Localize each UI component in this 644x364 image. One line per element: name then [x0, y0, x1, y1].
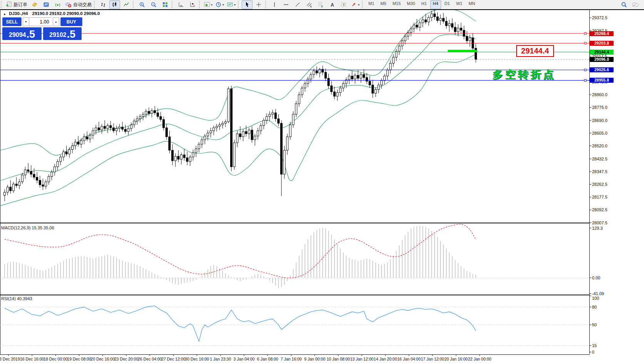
buy-button[interactable]: BUY: [60, 17, 82, 26]
tf-m15-button[interactable]: M15: [390, 0, 403, 9]
axis-label: 15: [592, 343, 597, 348]
one-click-trading-panel: SELL ▼ ▲ BUY 29094 .5 29102 .5: [2, 17, 82, 40]
sell-price-button[interactable]: 29094 .5: [2, 27, 42, 40]
time-axis-label: 13 Dec 2019: [0, 357, 20, 361]
candlestick-icon: [112, 2, 118, 8]
toolbar-grip[interactable]: [362, 1, 365, 8]
time-axis-label: 16 Jan 04:00: [397, 357, 421, 361]
periods-button[interactable]: ▾: [214, 0, 225, 9]
clock-icon: [216, 2, 222, 8]
new-order-icon: [6, 2, 12, 8]
candlestick-chart-button[interactable]: [109, 0, 120, 9]
toolbar-grip[interactable]: [94, 1, 97, 8]
signals-button[interactable]: [52, 0, 63, 9]
tf-mn-button[interactable]: MN: [466, 0, 478, 9]
text-button[interactable]: A: [327, 0, 338, 9]
main-toolbar: 新订单 自动交易 ▾ ▾: [0, 0, 644, 10]
pivot-note-annotation[interactable]: 多空转折点: [493, 68, 556, 82]
trendline-button[interactable]: [292, 0, 303, 9]
axis-label: 28007.5: [592, 220, 607, 225]
tf-m30-button[interactable]: M30: [404, 0, 418, 9]
channel-button[interactable]: E: [304, 0, 314, 9]
toolbar-grip[interactable]: [265, 1, 268, 8]
tf-m1-button[interactable]: M1: [366, 0, 377, 9]
zoom-in-icon: [139, 2, 145, 8]
volume-increase-button[interactable]: ▲: [53, 17, 59, 26]
axis-label: 100: [592, 296, 599, 301]
toolbar-grip[interactable]: [199, 1, 202, 8]
text-label-button[interactable]: T: [338, 0, 349, 9]
buy-price-button[interactable]: 29102 .5: [43, 27, 82, 40]
time-axis-label: 7 Jan 16:00: [281, 357, 302, 361]
chart-title: ▲ DJ30-,H4 29190.0 29192.0 29090.0 29096…: [3, 11, 100, 16]
axis-label: 0.00: [592, 276, 600, 280]
volume-input[interactable]: [29, 17, 52, 26]
arrows-button[interactable]: ▾: [350, 0, 361, 9]
arrow-object-icon: [351, 2, 357, 8]
tf-h1-button[interactable]: H1: [418, 0, 429, 9]
zoom-in-button[interactable]: [137, 0, 147, 9]
volume-decrease-button[interactable]: ▼: [23, 17, 29, 26]
horizontal-line-button[interactable]: [281, 0, 291, 9]
auto-scroll-button[interactable]: [176, 0, 186, 9]
axis-label: 0: [592, 350, 594, 354]
ohlc-values: 29190.0 29192.0 29090.0 29096.0: [32, 11, 100, 16]
axis-label: 29025.6: [590, 67, 614, 72]
zoom-out-button[interactable]: [148, 0, 159, 9]
axis-label: -41.09: [592, 291, 604, 296]
time-axis-label: 1 Jan 23:30: [210, 357, 231, 361]
indicators-icon: [204, 2, 210, 8]
chevron-down-icon: ▾: [222, 3, 224, 7]
vertical-line-icon: [271, 2, 278, 8]
time-axis-label: 14 Jan 20:00: [374, 357, 397, 361]
auto-trading-button[interactable]: 自动交易: [64, 0, 93, 9]
axis-label: 129.3: [592, 226, 603, 230]
new-order-label: 新订单: [13, 2, 27, 8]
new-order-button[interactable]: 新订单: [5, 0, 28, 9]
vertical-line-button[interactable]: [269, 0, 280, 9]
bar-chart-button[interactable]: [98, 0, 109, 9]
chart-shift-icon: [189, 2, 196, 8]
market-watch-button[interactable]: [29, 0, 40, 9]
time-axis-label: 18 Dec 00:00: [43, 357, 67, 361]
tile-windows-icon: [162, 2, 168, 8]
chevron-down-icon: ▾: [234, 3, 236, 7]
chevron-down-icon: ▾: [358, 3, 360, 7]
time-axis-label: 13 Jan 12:00: [350, 357, 374, 361]
time-axis-label: 16 Dec 16:00: [20, 357, 44, 361]
toolbar-grip[interactable]: [133, 1, 135, 8]
tile-windows-button[interactable]: [160, 0, 171, 9]
chart-plot[interactable]: [0, 10, 644, 364]
buy-price-fraction: .5: [67, 29, 75, 40]
axis-label: 28432.5: [592, 157, 607, 161]
tf-d1-button[interactable]: D1: [442, 0, 453, 9]
chat-button[interactable]: [630, 0, 641, 9]
toolbar-grip[interactable]: [172, 1, 174, 8]
price-callout-annotation[interactable]: 29144.4: [516, 45, 554, 57]
line-chart-button[interactable]: [121, 0, 132, 9]
time-axis-label: 19 Dec 08:00: [67, 357, 91, 361]
time-axis-label: 20 Jan 16:00: [444, 357, 468, 361]
cursor-button[interactable]: [242, 0, 253, 9]
cursor-icon: [244, 2, 250, 8]
tf-w1-button[interactable]: W1: [453, 0, 465, 9]
templates-button[interactable]: ▾: [226, 0, 237, 9]
toolbar-grip[interactable]: [1, 1, 3, 8]
crosshair-button[interactable]: [253, 0, 264, 9]
data-window-button[interactable]: [41, 0, 52, 9]
template-icon: [227, 2, 233, 8]
fibonacci-button[interactable]: F: [315, 0, 326, 9]
tf-h4-button[interactable]: H4: [430, 0, 441, 9]
axis-label: 29372.5: [592, 15, 607, 20]
toolbar-grip[interactable]: [238, 1, 241, 8]
collapse-panel-icon[interactable]: ▲: [3, 12, 6, 16]
tf-m5-button[interactable]: M5: [378, 0, 389, 9]
time-axis-label: 17 Jan 12:00: [421, 357, 444, 361]
channel-icon: E: [306, 2, 312, 8]
axis-label: 28262.5: [592, 182, 607, 187]
auto-trading-icon: [65, 2, 72, 8]
sell-button[interactable]: SELL: [2, 17, 22, 26]
indicators-button[interactable]: ▾: [203, 0, 214, 9]
chart-shift-button[interactable]: [187, 0, 198, 9]
search-button[interactable]: [619, 0, 629, 9]
